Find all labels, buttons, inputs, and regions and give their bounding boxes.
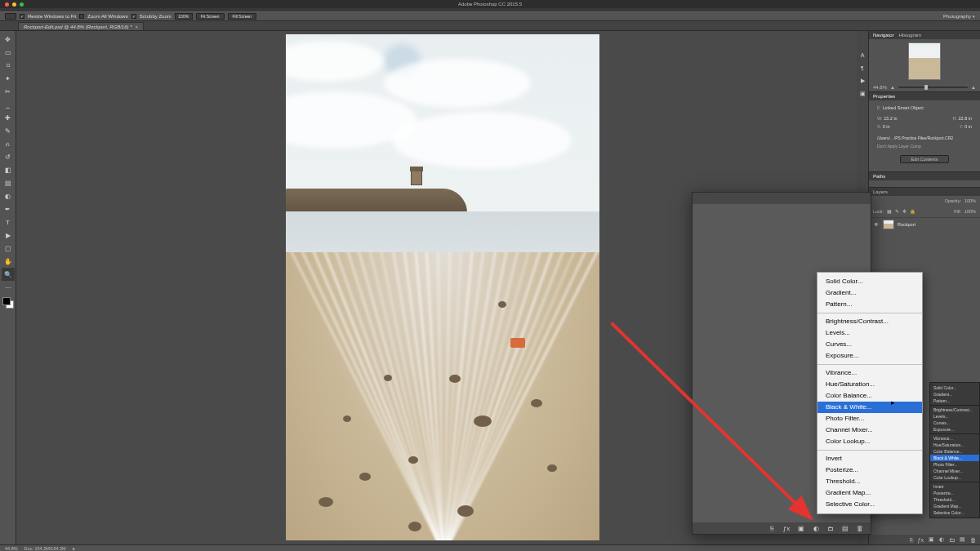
zoom-100-button[interactable]: 100% xyxy=(175,13,193,20)
link-layers-icon[interactable]: ⎘ xyxy=(910,537,913,543)
lock-all-icon[interactable]: 🔒 xyxy=(910,208,915,216)
layer-mask-icon[interactable]: ▣ xyxy=(797,524,805,532)
menu-item-threshold[interactable]: Threshold... xyxy=(817,476,922,487)
stamp-tool-icon[interactable]: ⎌ xyxy=(2,137,15,150)
group-icon[interactable]: 🗀 xyxy=(826,524,835,532)
crop-tool-icon[interactable]: ✂ xyxy=(2,85,15,98)
color-swatches[interactable] xyxy=(2,297,14,309)
eraser-tool-icon[interactable]: ◧ xyxy=(2,163,15,176)
menu-item-photo-filter[interactable]: Photo Filter... xyxy=(930,461,979,468)
menu-item-invert[interactable]: Invert xyxy=(817,453,922,464)
dodge-tool-icon[interactable]: ◐ xyxy=(2,189,15,202)
adjustment-layer-icon[interactable]: ◐ xyxy=(812,524,820,532)
layer-name[interactable]: Rockport xyxy=(898,222,915,227)
menu-item-solid-color[interactable]: Solid Color... xyxy=(817,276,922,287)
lock-pixels-icon[interactable]: ✎ xyxy=(895,208,899,216)
menu-item-channel-mixer[interactable]: Channel Mixer... xyxy=(930,468,979,474)
actions-panel-icon[interactable]: ▣ xyxy=(858,90,866,98)
quick-select-tool-icon[interactable]: ✦ xyxy=(2,72,15,85)
tab-histogram[interactable]: Histogram xyxy=(899,33,921,38)
menu-item-posterize[interactable]: Posterize... xyxy=(817,464,922,476)
status-arrow-icon[interactable]: ▸ xyxy=(73,546,75,551)
adjustment-layer-icon[interactable]: ◐ xyxy=(939,536,944,543)
move-tool-icon[interactable]: ✥ xyxy=(2,33,15,46)
delete-layer-icon[interactable]: 🗑 xyxy=(856,524,864,532)
tab-layers[interactable]: Layers xyxy=(873,189,888,194)
menu-item-curves[interactable]: Curves... xyxy=(930,420,979,426)
document-canvas[interactable] xyxy=(286,34,599,540)
link-layers-icon[interactable]: ⎘ xyxy=(768,524,776,532)
layer-style-icon[interactable]: ƒx xyxy=(782,524,791,532)
menu-item-exposure[interactable]: Exposure... xyxy=(817,350,922,362)
foreground-color-swatch[interactable] xyxy=(2,297,11,305)
menu-item-color-balance[interactable]: Color Balance... xyxy=(930,448,979,455)
menu-item-selective-color[interactable]: Selective Color... xyxy=(930,509,979,516)
menu-item-posterize[interactable]: Posterize... xyxy=(930,490,979,496)
zoom-tool-icon[interactable]: 🔍 xyxy=(2,268,15,281)
menu-item-color-lookup[interactable]: Color Lookup... xyxy=(930,474,979,481)
edit-contents-button[interactable]: Edit Contents xyxy=(900,155,949,163)
menu-item-photo-filter[interactable]: Photo Filter... xyxy=(817,413,922,424)
menu-item-gradient[interactable]: Gradient... xyxy=(930,391,979,398)
close-tab-icon[interactable]: × xyxy=(135,24,138,29)
opacity-value[interactable]: 100% xyxy=(964,198,976,205)
visibility-toggle-icon[interactable]: 👁 xyxy=(873,222,880,227)
menu-item-vibrance[interactable]: Vibrance... xyxy=(817,367,922,379)
menu-item-solid-color[interactable]: Solid Color... xyxy=(930,384,979,391)
navigator-zoom-slider[interactable] xyxy=(898,87,968,88)
lasso-tool-icon[interactable]: ⌑ xyxy=(2,59,15,72)
character-panel-icon[interactable]: A xyxy=(858,51,866,59)
menu-item-brightness-contrast[interactable]: Brightness/Contrast... xyxy=(930,407,979,413)
tab-properties[interactable]: Properties xyxy=(873,94,895,99)
menu-item-hue-saturation[interactable]: Hue/Saturation... xyxy=(930,442,979,448)
menu-item-color-balance[interactable]: Color Balance... xyxy=(817,390,922,402)
paragraph-panel-icon[interactable]: ¶ xyxy=(858,64,866,72)
menu-item-gradient[interactable]: Gradient... xyxy=(817,287,922,299)
edit-toolbar-icon[interactable]: ⋯ xyxy=(2,281,15,294)
lock-position-icon[interactable]: ✥ xyxy=(902,208,906,216)
menu-item-pattern[interactable]: Pattern... xyxy=(817,299,922,310)
hand-tool-icon[interactable]: ✋ xyxy=(2,255,15,268)
menu-item-vibrance[interactable]: Vibrance... xyxy=(930,435,979,442)
menu-item-levels[interactable]: Levels... xyxy=(930,413,979,420)
workspace-switcher[interactable]: Photography ▾ xyxy=(943,14,975,19)
menu-item-channel-mixer[interactable]: Channel Mixer... xyxy=(817,424,922,436)
fill-value[interactable]: 100% xyxy=(964,208,976,216)
history-panel-icon[interactable]: ▶ xyxy=(858,77,866,85)
menu-item-black-white[interactable]: Black & White... xyxy=(930,455,979,461)
tab-navigator[interactable]: Navigator xyxy=(873,33,894,38)
status-zoom[interactable]: 44.8% xyxy=(5,546,18,551)
marquee-tool-icon[interactable]: ▭ xyxy=(2,46,15,59)
new-adjustment-layer-menu[interactable]: Solid Color...Gradient...Pattern...Brigh… xyxy=(817,272,923,514)
zoom-out-icon[interactable]: ▲ xyxy=(890,85,895,90)
status-doc-size[interactable]: Doc: 154.2M/154.2M xyxy=(24,546,66,551)
layer-row[interactable]: 👁 Rockport xyxy=(869,217,980,231)
menu-item-brightness-contrast[interactable]: Brightness/Contrast... xyxy=(817,316,922,327)
menu-item-black-white[interactable]: Black & White... xyxy=(817,402,922,413)
lock-transparency-icon[interactable]: ▦ xyxy=(887,208,892,216)
menu-item-selective-color[interactable]: Selective Color... xyxy=(817,499,922,510)
menu-item-invert[interactable]: Invert xyxy=(930,483,979,490)
menu-item-curves[interactable]: Curves... xyxy=(817,339,922,350)
menu-item-hue-saturation[interactable]: Hue/Saturation... xyxy=(817,379,922,390)
healing-tool-icon[interactable]: ✚ xyxy=(2,111,15,124)
resize-windows-checkbox[interactable]: ✓ xyxy=(20,14,24,19)
pen-tool-icon[interactable]: ✒ xyxy=(2,202,15,216)
tool-preset-picker[interactable] xyxy=(5,13,16,20)
floating-window-header[interactable] xyxy=(693,193,871,204)
layer-thumbnail[interactable] xyxy=(883,220,894,229)
history-brush-tool-icon[interactable]: ↺ xyxy=(2,150,15,163)
path-select-tool-icon[interactable]: ▶ xyxy=(2,229,15,242)
brush-tool-icon[interactable]: ✎ xyxy=(2,124,15,137)
menu-item-gradient-map[interactable]: Gradient Map... xyxy=(817,487,922,499)
fit-screen-button[interactable]: Fit Screen xyxy=(196,13,225,20)
group-icon[interactable]: 🗀 xyxy=(949,537,955,543)
eyedropper-tool-icon[interactable]: ⎯ xyxy=(2,98,15,111)
menu-item-pattern[interactable]: Pattern... xyxy=(930,398,979,404)
new-layer-icon[interactable]: ▤ xyxy=(841,524,849,532)
menu-item-levels[interactable]: Levels... xyxy=(817,327,922,339)
gradient-tool-icon[interactable]: ▤ xyxy=(2,176,15,189)
zoom-in-icon[interactable]: ▲ xyxy=(971,85,976,90)
shape-tool-icon[interactable]: ▢ xyxy=(2,242,15,255)
scrubby-zoom-checkbox[interactable]: ✓ xyxy=(131,14,136,19)
